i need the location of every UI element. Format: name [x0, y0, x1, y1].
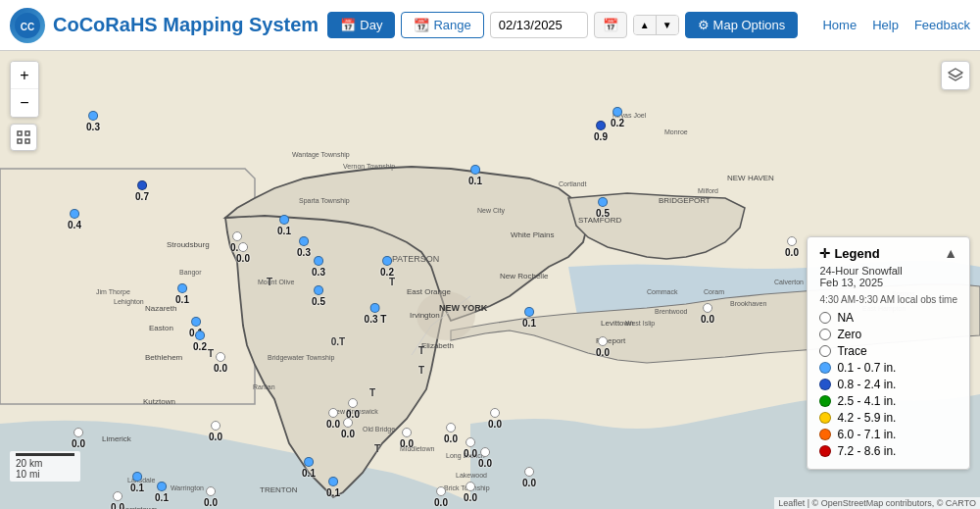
data-point[interactable]: T — [389, 277, 395, 287]
data-label: 0.1 — [522, 318, 536, 329]
data-dot — [195, 331, 205, 340]
data-dot — [787, 236, 797, 246]
data-point[interactable]: T — [369, 387, 375, 398]
data-point[interactable]: 0.1 — [155, 482, 169, 503]
data-point[interactable]: T — [267, 277, 272, 287]
data-point[interactable]: 0.0 — [72, 428, 85, 449]
data-point[interactable]: 0.0 — [464, 482, 477, 503]
data-point[interactable]: 0.0 — [236, 242, 250, 264]
legend-panel: ✛ Legend ▲ 24-Hour Snowfall Feb 13, 2025… — [807, 236, 970, 470]
data-point[interactable]: 0.0 — [341, 418, 355, 439]
data-point[interactable]: 0.4 — [68, 209, 81, 230]
layers-button[interactable] — [941, 61, 970, 90]
zoom-out-button[interactable]: − — [11, 89, 38, 117]
help-link[interactable]: Help — [872, 18, 899, 32]
data-dot — [348, 398, 358, 408]
data-point[interactable]: 0.2 — [611, 107, 624, 128]
svg-text:Commack: Commack — [647, 288, 678, 295]
data-label: 0.0 — [701, 314, 714, 325]
data-point[interactable]: 0.0 — [209, 421, 222, 442]
legend-item: Trace — [819, 344, 957, 358]
data-point[interactable]: 0.0 — [346, 398, 360, 420]
data-point[interactable]: 0.0 — [400, 428, 414, 449]
data-point[interactable]: 0.1 — [522, 307, 536, 329]
extent-button[interactable] — [10, 124, 37, 151]
svg-text:Brookhaven: Brookhaven — [730, 300, 766, 307]
zoom-in-button[interactable]: + — [11, 62, 38, 89]
data-point[interactable]: 0.0 — [326, 408, 340, 430]
data-point[interactable]: 0.1 — [175, 283, 189, 305]
data-point[interactable]: 0.0 — [111, 491, 124, 509]
data-label: 0.0 — [111, 502, 124, 509]
legend-collapse-button[interactable]: ▲ — [944, 245, 957, 261]
data-label: 0.0 — [236, 253, 250, 264]
svg-text:White Plains: White Plains — [511, 230, 554, 239]
data-point[interactable]: 0.1 — [468, 165, 482, 186]
data-point[interactable]: 0.9 — [594, 121, 608, 142]
svg-text:CC: CC — [21, 22, 34, 32]
data-point[interactable]: 0.0 — [214, 352, 227, 374]
feedback-link[interactable]: Feedback — [914, 18, 970, 32]
data-point[interactable]: 0.1 — [302, 457, 316, 479]
svg-text:Easton: Easton — [149, 324, 173, 332]
svg-text:Vernon Township: Vernon Township — [343, 163, 395, 171]
data-point[interactable]: 0.0 — [596, 336, 610, 358]
data-point[interactable]: 0.0 — [488, 408, 502, 430]
layers-icon — [947, 67, 964, 84]
data-label: 0.0 — [326, 419, 340, 430]
data-dot — [328, 408, 338, 418]
data-point[interactable]: T — [418, 365, 424, 376]
legend-item: 7.2 - 8.6 in. — [819, 444, 957, 458]
data-point[interactable]: 0.0 — [434, 486, 448, 508]
data-label: 0.0 — [204, 497, 218, 508]
data-point[interactable]: 0.1 — [130, 472, 144, 493]
data-point[interactable]: 0.0 — [785, 236, 799, 258]
range-mode-button[interactable]: 📆 Range — [401, 12, 483, 38]
data-point[interactable]: T — [418, 345, 424, 356]
data-point[interactable]: 0.1 — [326, 477, 340, 498]
data-point[interactable]: 0.3 T — [365, 303, 387, 325]
data-point[interactable]: 0.3 — [86, 111, 100, 132]
svg-text:New Rochelle: New Rochelle — [500, 272, 549, 280]
data-dot — [299, 236, 309, 246]
legend-item-label: Zero — [837, 328, 861, 341]
data-label: T — [374, 443, 380, 454]
calendar-picker-button[interactable]: 📅 — [594, 12, 627, 38]
svg-text:TRENTON: TRENTON — [260, 485, 298, 494]
legend-title: ✛ Legend — [819, 246, 879, 261]
data-point[interactable]: 0.0 — [478, 447, 492, 469]
svg-text:NEW YORK: NEW YORK — [439, 303, 488, 313]
day-mode-button[interactable]: 📅 Day — [327, 12, 395, 38]
map-options-button[interactable]: ⚙ Map Options — [685, 12, 799, 38]
map-container[interactable]: PATERSON NEW YORK BRIDGEPORT TRENTON NEW… — [0, 51, 980, 509]
svg-text:Stroudsburg: Stroudsburg — [167, 240, 210, 249]
data-label: 0.1 — [155, 492, 169, 503]
data-point[interactable]: T — [374, 443, 380, 454]
home-link[interactable]: Home — [822, 18, 857, 32]
date-input[interactable] — [490, 12, 588, 38]
data-point[interactable]: 0.7 — [135, 180, 149, 202]
data-dot — [370, 303, 380, 313]
data-label: 0.0 — [464, 492, 477, 503]
data-point[interactable]: 0.0 — [444, 423, 458, 444]
data-point[interactable]: 0.0 — [464, 437, 477, 459]
data-point[interactable]: 0.3 — [312, 256, 325, 278]
data-point[interactable]: 0.3 — [297, 236, 311, 258]
data-point[interactable]: 0.2 — [380, 256, 394, 278]
data-point[interactable]: 0.5 — [312, 285, 325, 307]
legend-item: 4.2 - 5.9 in. — [819, 411, 957, 425]
data-point[interactable]: 0.1 — [277, 215, 291, 236]
date-up-button[interactable]: ▲ — [634, 16, 656, 34]
data-point[interactable]: 0.0 — [701, 303, 714, 325]
svg-text:Calverton: Calverton — [774, 279, 804, 285]
data-point[interactable]: 0.T — [331, 336, 345, 347]
data-dot — [382, 256, 392, 266]
data-point[interactable]: 0.0 — [204, 486, 218, 508]
data-label: 0.0 — [444, 433, 458, 444]
svg-text:Raritan: Raritan — [253, 383, 275, 390]
data-point[interactable]: 0.5 — [596, 197, 610, 219]
data-label: 0.2 — [611, 118, 624, 128]
data-point[interactable]: 0.2 — [193, 331, 207, 352]
data-point[interactable]: 0.0 — [522, 467, 536, 488]
date-down-button[interactable]: ▼ — [656, 16, 678, 34]
